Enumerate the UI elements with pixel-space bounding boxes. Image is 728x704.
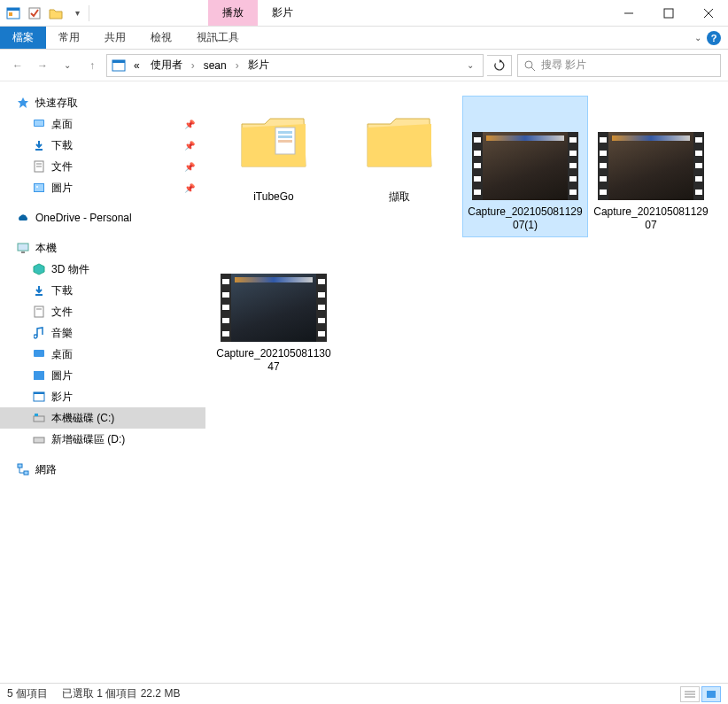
ribbon-tab-file[interactable]: 檔案 <box>0 27 46 49</box>
cube-icon <box>32 262 46 276</box>
computer-icon <box>16 241 30 255</box>
help-icon[interactable]: ? <box>707 31 721 45</box>
folder-icon <box>357 100 442 185</box>
breadcrumb-users[interactable]: 使用者 <box>147 58 186 73</box>
svg-rect-30 <box>34 416 44 422</box>
details-view-button[interactable] <box>680 686 700 702</box>
video-item-capture-3[interactable]: Capture_2021050811304​7 <box>211 237 337 379</box>
forward-button[interactable]: → <box>32 55 53 76</box>
svg-line-11 <box>531 67 535 71</box>
svg-rect-33 <box>18 464 22 468</box>
document-icon <box>32 159 46 174</box>
sidebar-desktop[interactable]: 桌面 📌 <box>0 113 205 135</box>
sidebar-downloads[interactable]: 下載 📌 <box>0 135 205 156</box>
sidebar-music[interactable]: 音樂 <box>0 322 205 344</box>
sidebar-videos-pc[interactable]: 影片 <box>0 386 205 407</box>
picture-icon <box>32 181 46 195</box>
sidebar-label: 網路 <box>35 462 57 477</box>
address-dropdown-icon[interactable]: ⌄ <box>461 60 479 70</box>
download-icon <box>32 138 46 152</box>
sidebar-label: 3D 物件 <box>51 262 89 277</box>
window-controls <box>608 0 728 26</box>
ribbon-right: ⌄ ? <box>694 27 728 49</box>
file-view[interactable]: iTubeGo 擷取 Capture_2021050811290​7(1) <box>205 81 728 683</box>
video-thumbnail <box>472 132 578 200</box>
svg-rect-26 <box>34 350 44 357</box>
folder-item-capture[interactable]: 擷取 <box>337 96 462 237</box>
download-icon <box>32 283 46 298</box>
sidebar-pictures-pc[interactable]: 圖片 <box>0 365 205 386</box>
drive-icon <box>32 411 46 425</box>
quick-access-toolbar: ▾ <box>0 0 93 26</box>
qat-dropdown-icon[interactable]: ▾ <box>67 4 87 23</box>
status-selection: 已選取 1 個項目 22.2 MB <box>62 686 180 701</box>
svg-rect-27 <box>34 371 44 380</box>
sidebar-3d-objects[interactable]: 3D 物件 <box>0 259 205 280</box>
svg-rect-42 <box>707 691 716 698</box>
back-button[interactable]: ← <box>7 55 28 76</box>
pin-icon: 📌 <box>184 141 195 151</box>
sidebar-new-volume-d[interactable]: 新增磁碟區 (D:) <box>0 429 205 450</box>
context-tab-play[interactable]: 播放 <box>208 0 258 26</box>
svg-rect-2 <box>9 12 12 16</box>
ribbon-tab-share[interactable]: 共用 <box>92 27 138 49</box>
sidebar-downloads-pc[interactable]: 下載 <box>0 280 205 301</box>
search-box[interactable]: 搜尋 影片 <box>517 54 721 77</box>
sidebar-quick-access[interactable]: 快速存取 <box>0 92 205 113</box>
address-bar[interactable]: « 使用者 › sean › 影片 ⌄ <box>106 54 484 77</box>
sidebar-documents-pc[interactable]: 文件 <box>0 301 205 322</box>
folder-item-itubego[interactable]: iTubeGo <box>211 96 337 237</box>
history-dropdown[interactable]: ⌄ <box>57 55 78 76</box>
video-item-capture-1[interactable]: Capture_2021050811290​7(1) <box>462 96 588 237</box>
navigation-pane: 快速存取 桌面 📌 下載 📌 文件 📌 圖片 📌 OneDrive - Pers… <box>0 81 205 683</box>
item-label: Capture_2021050811290​7 <box>592 205 709 233</box>
svg-rect-36 <box>278 131 292 134</box>
pin-icon: 📌 <box>184 120 195 129</box>
status-item-count: 5 個項目 <box>7 686 48 701</box>
video-icon <box>32 390 46 404</box>
sidebar-onedrive[interactable]: OneDrive - Personal <box>0 207 205 228</box>
sidebar-desktop-pc[interactable]: 桌面 <box>0 344 205 365</box>
breadcrumb-videos[interactable]: 影片 <box>244 58 273 73</box>
svg-rect-32 <box>34 437 44 443</box>
ribbon-collapse-icon[interactable]: ⌄ <box>694 33 701 43</box>
view-switcher <box>680 686 721 702</box>
minimize-button[interactable] <box>608 0 648 26</box>
maximize-button[interactable] <box>648 0 688 26</box>
sidebar-label: 桌面 <box>51 117 73 132</box>
contextual-tabs: 播放 影片 <box>208 0 307 26</box>
ribbon-tab-video-tools[interactable]: 視訊工具 <box>184 27 252 49</box>
chevron-right-icon[interactable]: › <box>190 59 197 72</box>
chevron-right-icon[interactable]: › <box>234 59 241 72</box>
sidebar-label: 圖片 <box>51 181 73 196</box>
video-thumbnail <box>598 132 704 200</box>
up-button[interactable]: ↑ <box>81 55 103 76</box>
sidebar-pictures[interactable]: 圖片 📌 <box>0 177 205 198</box>
svg-rect-19 <box>35 184 43 191</box>
window-title-text: 影片 <box>272 5 293 20</box>
app-icon[interactable] <box>4 4 23 23</box>
sidebar-local-disk-c[interactable]: 本機磁碟 (C:) <box>0 407 205 429</box>
pin-icon: 📌 <box>184 183 195 193</box>
video-item-capture-2[interactable]: Capture_2021050811290​7 <box>588 96 714 237</box>
sidebar-network[interactable]: 網路 <box>0 459 205 480</box>
svg-rect-38 <box>278 140 292 143</box>
checkbox-icon[interactable] <box>25 4 44 23</box>
svg-rect-1 <box>7 8 19 11</box>
ribbon-tabs: 檔案 常用 共用 檢視 視訊工具 ⌄ ? <box>0 27 728 50</box>
ribbon-tab-view[interactable]: 檢視 <box>138 27 184 49</box>
folder-small-icon[interactable] <box>46 4 66 23</box>
sidebar-this-pc[interactable]: 本機 <box>0 237 205 259</box>
svg-rect-22 <box>21 251 25 253</box>
refresh-button[interactable] <box>487 55 512 76</box>
thumbnails-view-button[interactable] <box>701 686 721 702</box>
ribbon-tab-home[interactable]: 常用 <box>46 27 92 49</box>
location-icon <box>111 58 127 73</box>
sidebar-documents[interactable]: 文件 📌 <box>0 156 205 177</box>
breadcrumb-sean[interactable]: sean <box>200 59 230 72</box>
sidebar-label: 新增磁碟區 (D:) <box>51 432 125 447</box>
network-icon <box>16 462 30 476</box>
close-button[interactable] <box>688 0 728 26</box>
sidebar-label: 本機磁碟 (C:) <box>51 411 114 426</box>
folder-icon <box>231 100 316 185</box>
